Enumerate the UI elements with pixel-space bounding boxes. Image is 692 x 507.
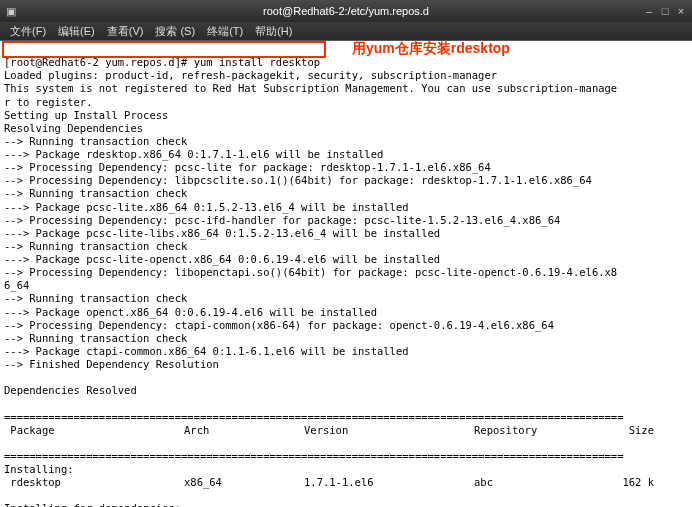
out-line: ---> Package rdesktop.x86_64 0:1.7.1-1.e… [4,148,383,160]
menu-help[interactable]: 帮助(H) [249,24,298,39]
terminal-window: ▣ root@Redhat6-2:/etc/yum.repos.d – □ × … [0,0,692,507]
out-line: --> Processing Dependency: pcsc-ifd-hand… [4,214,560,226]
terminal-icon: ▣ [4,4,18,18]
out-line: --> Running transaction check [4,240,187,252]
menu-search[interactable]: 搜索 (S) [149,24,201,39]
hdr-version: Version [304,424,474,437]
close-button[interactable]: × [674,4,688,18]
out-line: ---> Package ctapi-common.x86_64 0:1.1-6… [4,345,409,357]
terminal-output[interactable]: [root@Redhat6-2 yum.repos.d]# yum instal… [0,41,692,507]
out-line: 6_64 [4,279,29,291]
out-line: Dependencies Resolved [4,384,137,396]
titlebar: ▣ root@Redhat6-2:/etc/yum.repos.d – □ × [0,0,692,22]
cell-name: rdesktop [4,476,184,489]
cell-arch: x86_64 [184,476,304,489]
cell-version: 1.7.1-1.el6 [304,476,474,489]
hdr-repo: Repository [474,424,594,437]
hdr-arch: Arch [184,424,304,437]
out-line: ---> Package openct.x86_64 0:0.6.19-4.el… [4,306,377,318]
hdr-package: Package [4,424,184,437]
out-line: This system is not registered to Red Hat… [4,82,617,94]
table-header: PackageArchVersionRepositorySize [4,424,688,437]
out-line: ---> Package pcsc-lite-openct.x86_64 0:0… [4,253,440,265]
installing-label: Installing: [4,463,74,475]
out-line: --> Processing Dependency: libpcsclite.s… [4,174,592,186]
maximize-button[interactable]: □ [658,4,672,18]
out-line: ---> Package pcsc-lite.x86_64 0:1.5.2-13… [4,201,409,213]
cell-size: 162 k [594,476,654,489]
out-line: --> Finished Dependency Resolution [4,358,219,370]
out-line: --> Running transaction check [4,292,187,304]
out-line: --> Running transaction check [4,135,187,147]
out-line: --> Processing Dependency: pcsc-lite for… [4,161,491,173]
hdr-size: Size [594,424,654,437]
out-line: Loaded plugins: product-id, refresh-pack… [4,69,497,81]
minimize-button[interactable]: – [642,4,656,18]
out-line: r to register. [4,96,93,108]
prompt-line: [root@Redhat6-2 yum.repos.d]# yum instal… [4,56,320,68]
out-line: Setting up Install Process [4,109,168,121]
out-line: ---> Package pcsc-lite-libs.x86_64 0:1.5… [4,227,440,239]
separator: ========================================… [4,450,624,462]
package-list-main: rdesktopx86_641.7.1-1.el6abc162 k [4,476,688,489]
annotation-label: 用yum仓库安装rdesktop [352,41,510,58]
menubar: 文件(F) 编辑(E) 查看(V) 搜索 (S) 终端(T) 帮助(H) [0,22,692,41]
out-line: --> Processing Dependency: ctapi-common(… [4,319,554,331]
separator: ========================================… [4,411,624,423]
out-line: --> Running transaction check [4,187,187,199]
installing-deps-label: Installing for dependencies: [4,502,181,507]
out-line: --> Processing Dependency: libopenctapi.… [4,266,617,278]
menu-terminal[interactable]: 终端(T) [201,24,249,39]
cell-repo: abc [474,476,594,489]
out-line: --> Running transaction check [4,332,187,344]
out-line: Resolving Dependencies [4,122,143,134]
table-row: rdesktopx86_641.7.1-1.el6abc162 k [4,476,688,489]
menu-file[interactable]: 文件(F) [4,24,52,39]
window-title: root@Redhat6-2:/etc/yum.repos.d [263,5,429,17]
menu-view[interactable]: 查看(V) [101,24,150,39]
menu-edit[interactable]: 编辑(E) [52,24,101,39]
